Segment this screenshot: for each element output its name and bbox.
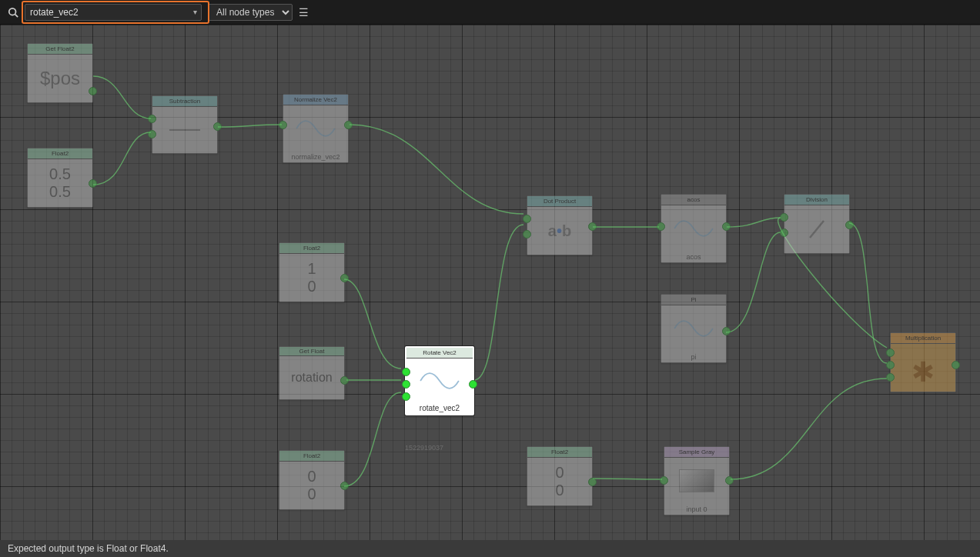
node-header: Multiplication (891, 333, 955, 344)
input-port[interactable] (523, 230, 531, 238)
node-header: Sample Gray (664, 447, 729, 458)
search-icon (8, 7, 18, 18)
node-division[interactable]: Division (784, 194, 850, 254)
svg-line-2 (810, 221, 824, 238)
output-port[interactable] (344, 121, 353, 129)
input-port[interactable] (402, 368, 410, 376)
input-port[interactable] (279, 121, 287, 129)
svg-point-0 (9, 8, 16, 15)
input-port[interactable] (148, 130, 156, 138)
node-header: Subtraction (152, 96, 217, 107)
search-input[interactable] (25, 4, 202, 21)
value-1: 0 (307, 468, 316, 485)
output-port[interactable] (340, 274, 349, 282)
node-float2-a[interactable]: Float2 0.5 0.5 (27, 148, 93, 208)
input-port[interactable] (886, 361, 895, 369)
output-port[interactable] (340, 376, 349, 385)
gradient-icon (679, 469, 714, 492)
node-float2-b[interactable]: Float2 1 0 (279, 242, 345, 302)
output-port[interactable] (469, 380, 477, 389)
asterisk-icon: ✱ (911, 355, 935, 381)
svg-line-1 (15, 14, 18, 17)
input-port[interactable] (886, 373, 895, 382)
node-rotate-vec2[interactable]: Rotate Vec2 rotate_vec2 (405, 346, 474, 415)
node-header: Get Float (279, 347, 344, 356)
sine-icon (673, 216, 714, 241)
node-header: Normalize Vec2 (283, 95, 348, 105)
node-header: Division (784, 195, 849, 205)
sine-icon (295, 116, 336, 141)
value-1: 0.5 (49, 165, 71, 183)
value-1: 1 (307, 260, 316, 278)
node-subtraction[interactable]: Subtraction (152, 95, 218, 154)
node-float2-c[interactable]: Float2 0 0 (279, 450, 345, 510)
node-footer: acos (661, 252, 726, 262)
status-bar: Expected output type is Float or Float4. (0, 540, 980, 557)
input-port[interactable] (780, 213, 788, 222)
toolbar: ▾ All node types ☰ (0, 0, 980, 25)
output-port[interactable] (952, 361, 960, 369)
node-header: Float2 (527, 447, 592, 458)
input-port[interactable] (657, 222, 665, 231)
node-type-filter[interactable]: All node types (208, 4, 293, 21)
output-port[interactable] (845, 221, 854, 229)
node-body-text: rotation (291, 371, 332, 385)
node-normalize-vec2[interactable]: Normalize Vec2 normalize_vec2 (283, 94, 349, 163)
node-float2-d[interactable]: Float2 0 0 (527, 446, 593, 506)
status-text: Expected output type is Float or Float4. (8, 543, 169, 554)
node-header: Pi (661, 295, 726, 305)
input-port[interactable] (780, 228, 788, 237)
dot-icon: a•b (548, 222, 571, 240)
input-port[interactable] (148, 115, 156, 123)
node-footer: pi (661, 352, 726, 362)
sine-icon (419, 369, 460, 393)
input-port[interactable] (402, 380, 410, 389)
node-pi[interactable]: Pi pi (661, 294, 727, 363)
value-2: 0 (307, 485, 316, 503)
node-footer: normalize_vec2 (283, 152, 348, 162)
input-port[interactable] (660, 476, 668, 485)
node-get-float2[interactable]: Get Float2 $pos (27, 43, 93, 103)
output-port[interactable] (588, 478, 597, 486)
node-header: acos (661, 195, 726, 205)
output-port[interactable] (213, 122, 222, 131)
input-port[interactable] (523, 215, 531, 223)
node-header: Float2 (28, 148, 92, 159)
search-field-wrap: ▾ (25, 4, 202, 21)
node-footer: rotate_vec2 (406, 402, 473, 414)
output-port[interactable] (722, 327, 731, 335)
input-port[interactable] (402, 392, 410, 401)
menu-icon[interactable]: ☰ (299, 6, 309, 18)
minus-icon (169, 129, 200, 131)
node-footer: input 0 (664, 504, 729, 515)
output-port[interactable] (340, 482, 349, 490)
output-port[interactable] (725, 476, 734, 485)
node-canvas[interactable] (0, 25, 980, 557)
node-multiplication[interactable]: Multiplication ✱ (890, 332, 956, 392)
sine-icon (673, 316, 714, 341)
node-header: Get Float2 (28, 44, 92, 55)
output-port[interactable] (89, 179, 97, 188)
output-port[interactable] (89, 87, 97, 95)
node-sample-gray[interactable]: Sample Gray input 0 (664, 446, 730, 515)
value-2: 0 (307, 278, 316, 295)
node-header: Dot Product (527, 196, 592, 207)
input-port[interactable] (886, 349, 895, 357)
value-2: 0 (555, 482, 564, 499)
node-body-text: $pos (40, 68, 80, 89)
node-get-float[interactable]: Get Float rotation (279, 346, 345, 400)
node-dot-product[interactable]: Dot Product a•b (527, 195, 593, 255)
output-port[interactable] (722, 222, 731, 231)
value-1: 0 (555, 464, 564, 482)
value-2: 0.5 (49, 183, 71, 201)
output-port[interactable] (588, 222, 597, 231)
node-acos[interactable]: acos acos (661, 194, 727, 263)
node-id-caption: 1522919037 (405, 442, 443, 452)
node-header: Rotate Vec2 (406, 348, 473, 359)
slash-icon (804, 216, 830, 242)
node-header: Float2 (279, 243, 344, 254)
node-header: Float2 (279, 451, 344, 462)
